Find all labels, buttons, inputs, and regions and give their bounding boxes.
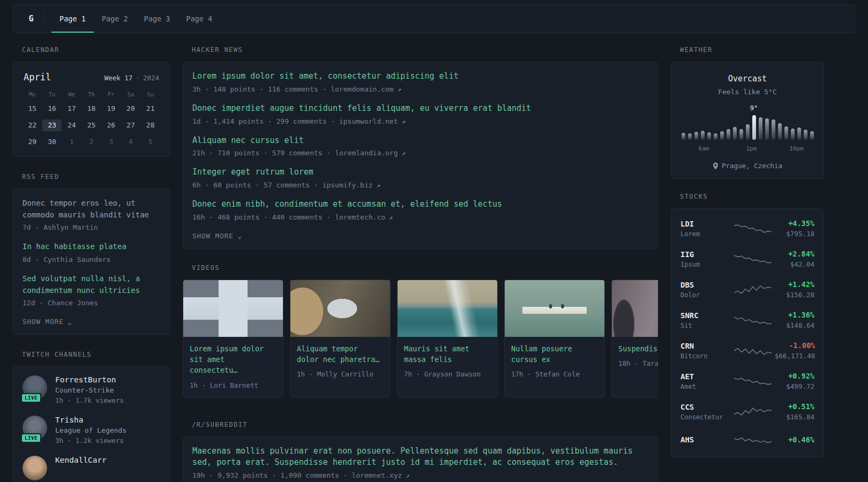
rss-item-meta: 12d · Chance Jones — [23, 299, 160, 307]
weather-hour-bar — [714, 133, 717, 140]
stock-row[interactable]: CRNBitcorn-1.00%$66,171.48 — [680, 335, 814, 366]
video-title[interactable]: Suspendisse diam — [618, 343, 658, 354]
twitch-channel-row[interactable]: LIVEForrestBurtonCounter-Strike1h · 1.7k… — [23, 375, 160, 404]
calendar-day[interactable]: 26 — [101, 119, 121, 131]
calendar-day-header: Mo — [23, 91, 42, 97]
stock-row[interactable]: IIGIpsum+2.84%$42.04 — [680, 244, 814, 274]
subreddit-item-title[interactable]: Maecenas mollis pulvinar erat non posuer… — [192, 446, 648, 469]
stock-values: +1.36%$148.64 — [786, 311, 814, 329]
hackernews-item-title[interactable]: Integer eget rutrum lorem — [192, 167, 648, 178]
hackernews-item-domain[interactable]: ipsumify.biz — [323, 181, 373, 189]
calendar-day[interactable]: 27 — [121, 119, 141, 131]
calendar-day[interactable]: 30 — [42, 136, 62, 148]
calendar-day-header: Fr — [101, 91, 121, 97]
video-card[interactable]: Mauris sit amet massa felis7h · Grayson … — [397, 280, 498, 397]
twitch-channel-row[interactable]: KendallCarr — [23, 456, 160, 480]
subreddit-item-info: 19h · 9,932 points · 1,090 comments — [192, 471, 339, 479]
video-thumbnail-camera — [290, 280, 390, 337]
hackernews-item-info: 1d · 1,414 points · 299 comments — [192, 117, 326, 125]
calendar-day[interactable]: 23 — [42, 119, 62, 131]
calendar-day[interactable]: 2 — [81, 136, 101, 148]
stock-change: +0.46% — [788, 435, 814, 444]
stock-symbol: DBS — [680, 281, 731, 289]
video-title[interactable]: Nullam posuere cursus ex — [511, 343, 598, 365]
hackernews-item-domain[interactable]: loremtech.co — [335, 213, 385, 221]
channel-name[interactable]: ForrestBurton — [55, 375, 124, 384]
channel-name[interactable]: KendallCarr — [55, 456, 107, 464]
hackernews-item-domain[interactable]: loremlandia.org — [335, 149, 398, 157]
video-card[interactable]: Lorem ipsum dolor sit amet consectetu…1h… — [183, 280, 283, 397]
stock-sparkline — [734, 405, 772, 419]
calendar-day[interactable]: 15 — [23, 103, 42, 115]
calendar-month: April — [24, 72, 51, 82]
calendar-day[interactable]: 25 — [81, 119, 101, 131]
calendar-day[interactable]: 1 — [62, 136, 81, 148]
stock-price: $795.18 — [786, 230, 814, 238]
calendar-day[interactable]: 20 — [121, 103, 141, 115]
calendar-day[interactable]: 21 — [140, 103, 160, 115]
tab-page-2[interactable]: Page 2 — [94, 5, 136, 33]
calendar-day[interactable]: 18 — [81, 103, 101, 115]
weather-hour-bar — [682, 133, 685, 140]
rss-item-title[interactable]: In hac habitasse platea — [23, 241, 160, 253]
hackernews-item-domain[interactable]: loremdomain.com — [331, 85, 393, 93]
rss-show-more-button[interactable]: SHOW MORE ⌄ — [23, 318, 160, 326]
video-card[interactable]: Aliquam tempor dolor nec pharetra…1h · M… — [290, 280, 391, 397]
weather-hour-bar — [778, 123, 782, 140]
hackernews-item-info: 21h · 710 points · 579 comments — [192, 149, 323, 157]
calendar-day[interactable]: 22 — [23, 119, 42, 131]
weather-hour-bar — [727, 129, 730, 140]
stock-price: $148.64 — [786, 321, 814, 329]
stock-row[interactable]: SNRCSit+1.36%$148.64 — [680, 305, 814, 335]
hackernews-item-title[interactable]: Lorem ipsum dolor sit amet, consectetur … — [192, 71, 648, 82]
hackernews-item-domain[interactable]: ipsumworld.net — [339, 117, 398, 125]
stock-row[interactable]: AHS+0.46% — [680, 427, 814, 453]
video-card[interactable]: Suspendisse diam18h · Tara — [611, 280, 658, 397]
video-card[interactable]: Nullam posuere cursus ex17h · Stefan Col… — [504, 280, 605, 397]
weather-hour-bar — [688, 133, 692, 140]
show-more-label: SHOW MORE — [23, 318, 64, 326]
meta-separator: · — [339, 471, 351, 479]
live-badge: LIVE — [21, 393, 41, 403]
stock-row[interactable]: AETAmet+0.92%$499.72 — [680, 366, 814, 396]
video-title[interactable]: Mauris sit amet massa felis — [404, 343, 491, 365]
calendar-day[interactable]: 29 — [23, 136, 42, 148]
rss-item-title[interactable]: Donec tempor eros leo, ut commodo mauris… — [23, 198, 160, 221]
twitch-channel-row[interactable]: LIVETrishaLeague of Legends3h · 1.2k vie… — [23, 416, 160, 445]
stock-row[interactable]: CCSConsectetur+0.51%$165.84 — [680, 396, 814, 427]
calendar-day[interactable]: 3 — [101, 136, 121, 148]
video-title[interactable]: Aliquam tempor dolor nec pharetra… — [297, 343, 384, 365]
show-more-label: SHOW MORE — [192, 232, 234, 240]
calendar-day[interactable]: 28 — [140, 119, 160, 131]
video-meta: 17h · Stefan Cole — [511, 370, 598, 378]
calendar-day[interactable]: 5 — [140, 136, 160, 148]
hackernews-item-title[interactable]: Donec imperdiet augue tincidunt felis al… — [192, 103, 648, 115]
app-logo[interactable]: G — [19, 5, 43, 33]
hackernews-item-title[interactable]: Aliquam nec cursus elit — [192, 135, 648, 147]
stock-row[interactable]: DBSDolor+1.42%$156.28 — [680, 274, 814, 305]
tab-page-3[interactable]: Page 3 — [136, 5, 178, 33]
calendar-card: April Week 17·2024 MoTuWeThFrSaSu 151617… — [13, 62, 170, 157]
channel-name[interactable]: Trisha — [55, 416, 126, 424]
rss-item-title[interactable]: Sed volutpat nulla nisl, a condimentum n… — [23, 273, 160, 296]
tab-page-1[interactable]: Page 1 — [51, 5, 94, 33]
channel-game[interactable]: League of Legends — [55, 426, 126, 434]
calendar-day[interactable]: 16 — [42, 103, 62, 115]
video-title[interactable]: Lorem ipsum dolor sit amet consectetu… — [190, 343, 276, 376]
weather-hourly-chart: 9° — [680, 113, 814, 140]
stock-change: +1.36% — [786, 311, 814, 319]
calendar-widget: CALENDAR April Week 17·2024 MoTuWeThFrSa… — [13, 46, 170, 157]
stocks-card: LDILorem+4.35%$795.18IIGIpsum+2.84%$42.0… — [671, 208, 824, 457]
calendar-day[interactable]: 17 — [62, 103, 81, 115]
calendar-day[interactable]: 4 — [121, 136, 141, 148]
calendar-day[interactable]: 24 — [62, 119, 81, 131]
stock-symbol: AET — [680, 372, 731, 381]
tab-page-4[interactable]: Page 4 — [178, 5, 220, 33]
calendar-day[interactable]: 19 — [101, 103, 121, 115]
stock-row[interactable]: LDILorem+4.35%$795.18 — [680, 213, 814, 244]
channel-game[interactable]: Counter-Strike — [55, 386, 124, 394]
subreddit-item-domain[interactable]: loremnet.xyz — [351, 471, 402, 479]
calendar-grid: 1516171819202122232425262728293012345 — [23, 103, 160, 148]
hackernews-item-title[interactable]: Donec enim nibh, condimentum et accumsan… — [192, 199, 648, 210]
hackernews-show-more-button[interactable]: SHOW MORE ⌄ — [192, 232, 648, 240]
